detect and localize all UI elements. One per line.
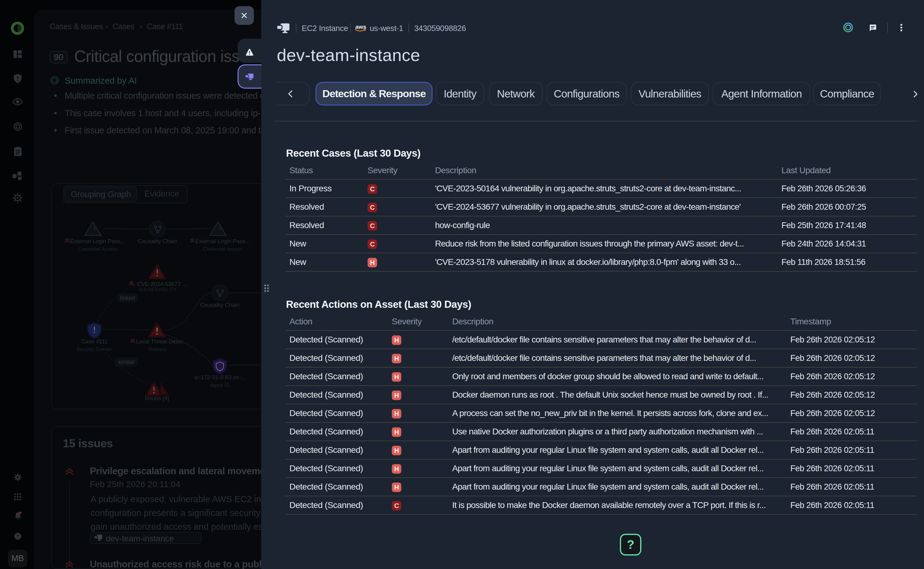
svg-text:aws: aws bbox=[355, 24, 366, 30]
